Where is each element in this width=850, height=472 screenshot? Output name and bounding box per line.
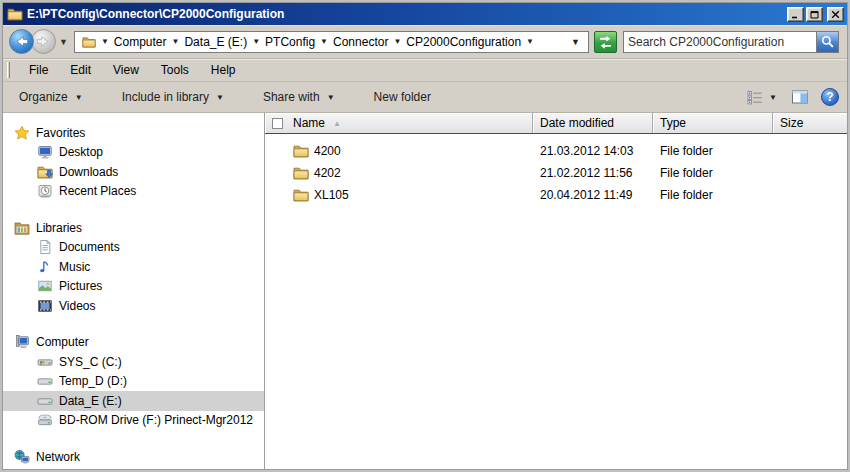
chevron-down-icon[interactable]: ▼ (99, 37, 111, 46)
select-all-checkbox[interactable] (272, 118, 283, 129)
address-folder-icon (81, 35, 97, 49)
forward-arrow-icon (32, 29, 55, 54)
breadcrumb-ptconfig[interactable]: PTConfig (262, 35, 318, 49)
search-icon (819, 33, 837, 51)
file-type: File folder (653, 144, 773, 158)
address-row: ▼ ▼ Computer ▼ Data_E (E:) ▼ PTConfig ▼ … (3, 25, 847, 59)
folder-icon (293, 165, 309, 181)
close-button[interactable] (827, 7, 844, 22)
network-icon (14, 449, 30, 465)
computer-icon (14, 334, 30, 350)
file-list-pane: Name ▲ Date modified Type Size 4200 (265, 113, 847, 469)
refresh-icon (598, 34, 613, 49)
breadcrumb-data-e[interactable]: Data_E (E:) (181, 35, 250, 49)
sidebar-section-computer[interactable]: Computer (3, 333, 264, 353)
chevron-down-icon[interactable]: ▼ (170, 37, 182, 46)
file-date: 21.03.2012 14:03 (533, 144, 653, 158)
sidebar-section-network[interactable]: Network (3, 447, 264, 467)
column-header-type[interactable]: Type (653, 113, 773, 133)
chevron-down-icon: ▼ (327, 93, 335, 102)
sidebar-item-recent-places[interactable]: Recent Places (3, 182, 264, 202)
title-bar[interactable]: E:\PTConfig\Connector\CP2000Configuratio… (3, 3, 847, 25)
main-area: Favorites Desktop Downloads Recent Place… (3, 113, 847, 469)
file-row-4202[interactable]: 4202 21.02.2012 11:56 File folder (265, 162, 847, 184)
chevron-down-icon[interactable]: ▼ (250, 37, 262, 46)
star-icon (14, 125, 30, 141)
menu-edit[interactable]: Edit (59, 60, 102, 80)
file-name: XL105 (314, 188, 349, 202)
folder-icon (293, 187, 309, 203)
file-name: 4200 (314, 144, 341, 158)
sidebar-item-downloads[interactable]: Downloads (3, 162, 264, 182)
minimize-button[interactable] (787, 7, 804, 22)
search-button[interactable] (816, 32, 838, 52)
column-header-date-modified[interactable]: Date modified (533, 113, 653, 133)
minimize-icon (791, 10, 800, 19)
address-breadcrumb-bar[interactable]: ▼ Computer ▼ Data_E (E:) ▼ PTConfig ▼ Co… (74, 31, 589, 53)
back-button[interactable] (9, 29, 34, 54)
file-row-xl105[interactable]: XL105 20.04.2012 11:49 File folder (265, 184, 847, 206)
drive-icon (37, 373, 53, 389)
maximize-button[interactable] (806, 7, 823, 22)
sidebar-item-temp-d[interactable]: Temp_D (D:) (3, 372, 264, 392)
search-input[interactable] (624, 32, 816, 52)
chevron-down-icon[interactable]: ▼ (318, 37, 330, 46)
sidebar-item-bd-rom[interactable]: BD-ROM Drive (F:) Prinect-Mgr2012 (3, 411, 264, 431)
command-toolbar: Organize ▼ Include in library ▼ Share wi… (3, 82, 847, 113)
sidebar-item-sys-c[interactable]: SYS_C (C:) (3, 352, 264, 372)
sidebar-item-pictures[interactable]: Pictures (3, 277, 264, 297)
disc-drive-icon (37, 412, 53, 428)
maximize-icon (810, 10, 819, 19)
nav-history-dropdown[interactable]: ▼ (59, 37, 68, 47)
file-type: File folder (653, 166, 773, 180)
organize-button[interactable]: Organize ▼ (13, 86, 89, 108)
file-date: 21.02.2012 11:56 (533, 166, 653, 180)
close-icon (831, 10, 840, 19)
column-header-name[interactable]: Name ▲ (265, 113, 533, 133)
preview-pane-button[interactable] (787, 86, 813, 108)
column-header-size[interactable]: Size (773, 113, 847, 133)
drive-icon (37, 393, 53, 409)
file-row-4200[interactable]: 4200 21.03.2012 14:03 File folder (265, 140, 847, 162)
file-date: 20.04.2012 11:49 (533, 188, 653, 202)
include-in-library-button[interactable]: Include in library ▼ (116, 86, 230, 108)
sidebar-item-videos[interactable]: Videos (3, 296, 264, 316)
menu-grip[interactable] (7, 62, 10, 78)
chevron-down-icon[interactable]: ▼ (391, 37, 403, 46)
monitor-icon (37, 144, 53, 160)
picture-icon (37, 278, 53, 294)
sidebar-item-music[interactable]: Music (3, 257, 264, 277)
help-button[interactable]: ? (821, 88, 839, 106)
clock-icon (37, 183, 53, 199)
breadcrumb-connector[interactable]: Connector (330, 35, 391, 49)
menu-tools[interactable]: Tools (150, 60, 200, 80)
sidebar-section-libraries[interactable]: Libraries (3, 218, 264, 238)
menu-help[interactable]: Help (200, 60, 247, 80)
forward-button[interactable] (31, 29, 56, 54)
new-folder-button[interactable]: New folder (368, 86, 437, 108)
address-history-dropdown[interactable]: ▼ (567, 37, 584, 47)
column-header-row: Name ▲ Date modified Type Size (265, 113, 847, 134)
file-name: 4202 (314, 166, 341, 180)
sidebar-item-documents[interactable]: Documents (3, 238, 264, 258)
music-note-icon (37, 259, 53, 275)
downloads-folder-icon (37, 164, 53, 180)
sort-ascending-icon: ▲ (333, 119, 341, 128)
share-with-button[interactable]: Share with ▼ (257, 86, 341, 108)
search-box (623, 31, 839, 53)
refresh-button[interactable] (594, 31, 617, 53)
window-title: E:\PTConfig\Connector\CP2000Configuratio… (27, 7, 785, 21)
breadcrumb-cp2000configuration[interactable]: CP2000Configuration (403, 35, 524, 49)
menu-view[interactable]: View (102, 60, 150, 80)
sidebar-item-data-e[interactable]: Data_E (E:) (3, 391, 264, 411)
chevron-down-icon: ▼ (216, 93, 224, 102)
document-icon (37, 239, 53, 255)
change-view-button[interactable]: ▼ (742, 86, 781, 108)
sidebar-item-desktop[interactable]: Desktop (3, 143, 264, 163)
menu-file[interactable]: File (18, 60, 59, 80)
system-drive-icon (37, 354, 53, 370)
sidebar-section-favorites[interactable]: Favorites (3, 123, 264, 143)
chevron-down-icon[interactable]: ▼ (524, 37, 536, 46)
breadcrumb-computer[interactable]: Computer (111, 35, 170, 49)
navigation-pane: Favorites Desktop Downloads Recent Place… (3, 113, 265, 469)
